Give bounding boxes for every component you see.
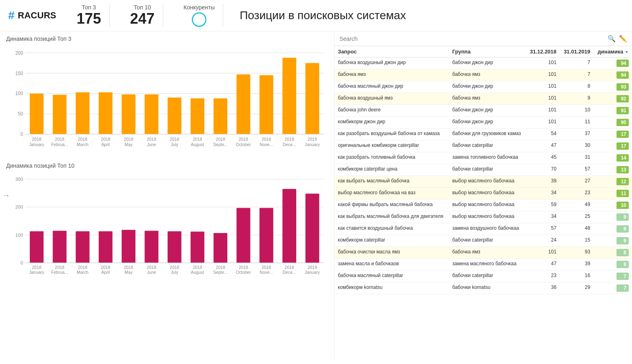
top3-label: Топ 3 xyxy=(82,4,96,11)
cell-dyn: 17 xyxy=(594,140,632,152)
cell-date2: 49 xyxy=(560,200,594,211)
svg-text:January: January xyxy=(29,270,44,275)
col-group-header[interactable]: Группа xyxy=(449,46,526,58)
cell-group: бабочки джон дир xyxy=(449,117,526,129)
svg-text:2018: 2018 xyxy=(32,265,41,270)
svg-text:July: July xyxy=(171,270,178,275)
cell-date2: 25 xyxy=(560,211,594,223)
table-row: бабочка воздушный джон дир бабочки джон … xyxy=(335,58,632,69)
svg-text:August: August xyxy=(191,270,204,275)
svg-rect-64 xyxy=(168,231,182,263)
table-row: оригинальные комбикорм caterpillar бабоч… xyxy=(335,140,632,152)
svg-rect-62 xyxy=(122,230,135,263)
cell-query: оригинальные комбикорм caterpillar xyxy=(335,140,449,152)
top10-stat: Топ 10 247 xyxy=(122,4,163,27)
cell-dyn: 12 xyxy=(594,176,632,188)
svg-text:2018: 2018 xyxy=(193,137,202,142)
table-row: бабочка масляный caterpillar бабочки cat… xyxy=(335,271,632,282)
cell-date2: 29 xyxy=(560,282,594,294)
svg-rect-14 xyxy=(122,94,135,134)
cell-query: бабочка john deere xyxy=(335,105,449,117)
svg-text:Nove...: Nove... xyxy=(259,142,273,147)
cell-date1: 34 xyxy=(526,188,560,200)
cell-query: как выбрать масляный бабочка xyxy=(335,176,449,188)
svg-text:150: 150 xyxy=(15,70,23,75)
cell-group: бабочки caterpillar xyxy=(449,164,526,176)
konkurenty-circle xyxy=(192,12,206,27)
table-row: какой фирмы выбрать масляный бабочка выб… xyxy=(335,200,632,211)
cell-group: бабочка ямз xyxy=(449,247,526,259)
top3-stat: Топ 3 175 xyxy=(69,4,110,27)
svg-text:May: May xyxy=(124,270,133,275)
svg-rect-61 xyxy=(99,231,113,263)
cell-dyn: 9 xyxy=(594,223,632,235)
svg-text:2018: 2018 xyxy=(55,137,64,142)
svg-rect-13 xyxy=(99,92,113,134)
chart1-container: 0501001502002018January2018Februa...2018… xyxy=(6,44,328,158)
svg-text:2018: 2018 xyxy=(101,137,110,142)
svg-text:May: May xyxy=(124,142,133,147)
cell-date2: 8 xyxy=(560,81,594,93)
svg-text:Nove...: Nove... xyxy=(259,270,273,275)
search-bar: 🔍 ✏️ xyxy=(335,31,632,46)
top10-value: 247 xyxy=(130,11,155,27)
table-body: бабочка воздушный джон дир бабочки джон … xyxy=(335,58,632,294)
svg-rect-67 xyxy=(237,208,251,263)
svg-text:August: August xyxy=(191,142,204,147)
edit-icon[interactable]: ✏️ xyxy=(619,35,627,42)
data-table: Запрос Группа 31.12.2018 31.01.2019 дина… xyxy=(335,46,632,359)
cell-dyn: 93 xyxy=(594,81,632,93)
col-date2-header[interactable]: 31.01.2019 xyxy=(560,46,594,58)
table-row: выбор масляного бабочкаа на ваз выбор ма… xyxy=(335,188,632,200)
svg-text:June: June xyxy=(147,270,156,275)
main-content: → Динамика позиций Топ 3 050100150200201… xyxy=(0,31,632,359)
svg-rect-10 xyxy=(30,93,44,134)
col-dyn-header[interactable]: динамика ▼ xyxy=(594,46,632,58)
svg-text:100: 100 xyxy=(15,91,23,96)
cell-date1: 23 xyxy=(526,271,560,282)
cell-date1: 24 xyxy=(526,235,560,247)
svg-text:January: January xyxy=(305,142,320,147)
svg-rect-69 xyxy=(282,189,296,263)
table-panel: 🔍 ✏️ Запрос Группа 31.12.2018 31.01.2019… xyxy=(335,31,632,359)
table-row: как выбрать масляный бабочка для двигате… xyxy=(335,211,632,223)
cell-query: замена масла и бабочкаов xyxy=(335,259,449,271)
table-row: комбикорм komatsu бабочки komatsu 36 29 … xyxy=(335,282,632,294)
col-query-header[interactable]: Запрос xyxy=(335,46,449,58)
logo-text: RACURS xyxy=(18,10,56,21)
cell-date1: 101 xyxy=(526,117,560,129)
col-date1-header[interactable]: 31.12.2018 xyxy=(526,46,560,58)
table-row: комбикорм caterpillar бабочки caterpilla… xyxy=(335,235,632,247)
svg-rect-59 xyxy=(53,231,67,263)
svg-text:200: 200 xyxy=(15,205,23,210)
cell-group: бабочки для грузовиков камаз xyxy=(449,129,526,140)
cell-date2: 10 xyxy=(560,105,594,117)
cell-date2: 37 xyxy=(560,129,594,140)
cell-date1: 57 xyxy=(526,223,560,235)
cell-query: как выбрать масляный бабочка для двигате… xyxy=(335,211,449,223)
svg-text:200: 200 xyxy=(15,50,23,55)
svg-text:October: October xyxy=(236,270,251,275)
svg-rect-58 xyxy=(30,231,44,263)
table-row: бабочка масляный джон дир бабочки джон д… xyxy=(335,81,632,93)
cell-dyn: 10 xyxy=(594,200,632,211)
cell-query: бабочка очистки масла ямз xyxy=(335,247,449,259)
cell-date2: 23 xyxy=(560,188,594,200)
svg-text:2018: 2018 xyxy=(170,137,179,142)
page-title: Позиции в поисковых системах xyxy=(239,9,406,22)
search-input[interactable] xyxy=(339,36,604,42)
svg-text:2018: 2018 xyxy=(262,265,271,270)
svg-text:Dece...: Dece... xyxy=(283,142,296,147)
cell-dyn: 7 xyxy=(594,271,632,282)
logo-hash-icon: # xyxy=(8,9,15,22)
top10-label: Топ 10 xyxy=(134,4,151,11)
svg-text:March: March xyxy=(77,142,89,147)
cell-dyn: 91 xyxy=(594,105,632,117)
cell-dyn: 90 xyxy=(594,117,632,129)
cell-date1: 101 xyxy=(526,247,560,259)
svg-text:2018: 2018 xyxy=(193,265,202,270)
svg-rect-60 xyxy=(76,231,90,263)
svg-text:0: 0 xyxy=(20,131,23,137)
svg-text:2018: 2018 xyxy=(285,265,294,270)
cell-dyn: 17 xyxy=(594,129,632,140)
